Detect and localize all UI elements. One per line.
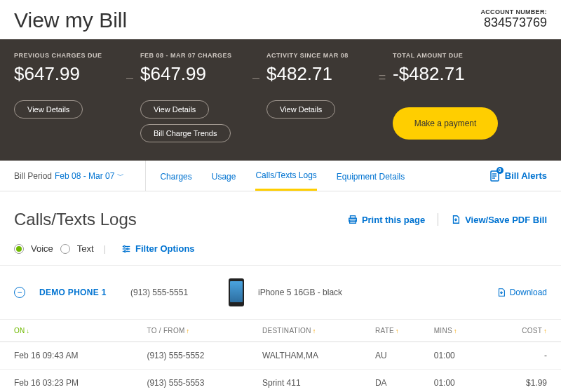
voice-radio[interactable] bbox=[14, 244, 24, 254]
download-link[interactable]: Download bbox=[496, 288, 547, 297]
print-icon bbox=[348, 215, 358, 224]
download-icon bbox=[496, 288, 506, 297]
col-mins[interactable]: MINS↑ bbox=[428, 320, 486, 342]
text-label: Text bbox=[77, 243, 94, 254]
cell-dest: Sprint 411 bbox=[257, 370, 370, 393]
cell-tofrom: (913) 555-5553 bbox=[141, 370, 257, 393]
summary-total-due: TOTAL AMOUNT DUE -$482.71 Make a payment bbox=[393, 52, 498, 140]
pdf-label: View/Save PDF Bill bbox=[465, 215, 547, 225]
table-row: Feb 16 09:43 AM(913) 555-5552WALTHAM,MAA… bbox=[0, 342, 561, 370]
section-header: Calls/Texts Logs Print this page View/Sa… bbox=[0, 191, 561, 236]
text-radio[interactable] bbox=[60, 244, 70, 254]
separator-equals: = bbox=[377, 70, 387, 85]
svg-point-10 bbox=[123, 245, 125, 247]
sort-down-icon: ↓ bbox=[27, 327, 30, 334]
table-row: Feb 16 03:23 PM(913) 555-5553Sprint 411D… bbox=[0, 370, 561, 393]
bill-charge-trends-button[interactable]: Bill Charge Trends bbox=[140, 124, 231, 142]
chevron-down-icon[interactable]: ﹀ bbox=[117, 171, 124, 181]
tab-bar: Bill Period Feb 08 - Mar 07 ﹀ Charges Us… bbox=[0, 161, 561, 191]
col-on[interactable]: ON↓ bbox=[0, 320, 141, 342]
cell-cost: $1.99 bbox=[486, 370, 561, 393]
collapse-icon[interactable]: − bbox=[14, 287, 25, 298]
cell-mins: 01:00 bbox=[428, 370, 486, 393]
device-row: − DEMO PHONE 1 (913) 555-5551 iPhone 5 1… bbox=[0, 266, 561, 320]
page-title: View my Bill bbox=[14, 8, 127, 32]
sort-up-icon: ↑ bbox=[543, 327, 547, 334]
sort-up-icon: ↑ bbox=[187, 327, 190, 334]
col-to-from[interactable]: TO / FROM↑ bbox=[141, 320, 257, 342]
device-model: iPhone 5 16GB - black bbox=[258, 288, 482, 297]
tab-calls-texts-logs[interactable]: Calls/Texts Logs bbox=[255, 161, 316, 191]
divider bbox=[145, 161, 146, 191]
filter-icon bbox=[121, 244, 131, 254]
view-details-button[interactable]: View Details bbox=[140, 100, 209, 119]
svg-point-11 bbox=[127, 248, 128, 249]
summary-label: PREVIOUS CHARGES DUE bbox=[14, 52, 119, 59]
bill-alerts-label: Bill Alerts bbox=[505, 170, 547, 181]
separator-minus: – bbox=[125, 70, 135, 85]
summary-previous-charges: PREVIOUS CHARGES DUE $647.99 View Detail… bbox=[14, 52, 119, 124]
col-rate[interactable]: RATE↑ bbox=[370, 320, 428, 342]
tab-equipment-details[interactable]: Equipment Details bbox=[337, 162, 405, 190]
pdf-icon bbox=[451, 215, 461, 224]
bill-period-value[interactable]: Feb 08 - Mar 07 bbox=[55, 171, 114, 181]
cell-mins: 01:00 bbox=[428, 342, 486, 370]
divider bbox=[438, 213, 438, 226]
device-name[interactable]: DEMO PHONE 1 bbox=[39, 288, 116, 297]
tab-charges[interactable]: Charges bbox=[160, 162, 191, 190]
device-phone-number: (913) 555-5551 bbox=[130, 288, 215, 297]
alert-badge: 0 bbox=[496, 167, 503, 174]
col-destination[interactable]: DESTINATION↑ bbox=[257, 320, 370, 342]
cell-tofrom: (913) 555-5552 bbox=[141, 342, 257, 370]
bill-period-label: Bill Period bbox=[14, 171, 52, 181]
filter-options-label: Filter Options bbox=[135, 243, 195, 254]
cell-on: Feb 16 09:43 AM bbox=[0, 342, 141, 370]
summary-label: TOTAL AMOUNT DUE bbox=[393, 52, 498, 59]
account-block: ACCOUNT NUMBER: 834573769 bbox=[481, 8, 548, 30]
cell-on: Feb 16 03:23 PM bbox=[0, 370, 141, 393]
summary-period-charges: FEB 08 - MAR 07 CHARGES $647.99 View Det… bbox=[140, 52, 245, 148]
bill-summary: PREVIOUS CHARGES DUE $647.99 View Detail… bbox=[0, 39, 561, 161]
summary-amount: -$482.71 bbox=[393, 63, 498, 85]
make-payment-button[interactable]: Make a payment bbox=[393, 107, 498, 140]
cell-rate: AU bbox=[370, 342, 428, 370]
print-label: Print this page bbox=[362, 215, 425, 225]
view-details-button[interactable]: View Details bbox=[266, 100, 335, 119]
cell-dest: WALTHAM,MA bbox=[257, 342, 370, 370]
print-page-link[interactable]: Print this page bbox=[348, 215, 425, 225]
call-log-table: ON↓ TO / FROM↑ DESTINATION↑ RATE↑ MINS↑ … bbox=[0, 320, 561, 392]
filter-row: Voice Text | Filter Options bbox=[0, 236, 561, 266]
account-number: 834573769 bbox=[481, 15, 548, 30]
separator-minus: – bbox=[251, 70, 261, 85]
phone-image-icon bbox=[229, 278, 244, 306]
sort-up-icon: ↑ bbox=[313, 327, 316, 334]
sort-up-icon: ↑ bbox=[396, 327, 399, 334]
section-title: Calls/Texts Logs bbox=[14, 210, 137, 229]
cell-cost: - bbox=[486, 342, 561, 370]
account-number-label: ACCOUNT NUMBER: bbox=[481, 8, 548, 15]
divider: | bbox=[104, 243, 106, 254]
document-alert-icon: 0 bbox=[489, 170, 501, 182]
download-label: Download bbox=[510, 288, 547, 297]
summary-amount: $482.71 bbox=[266, 63, 372, 85]
view-details-button[interactable]: View Details bbox=[14, 100, 83, 119]
bill-alerts-link[interactable]: 0 Bill Alerts bbox=[489, 170, 547, 182]
svg-point-12 bbox=[124, 250, 126, 252]
summary-label: FEB 08 - MAR 07 CHARGES bbox=[140, 52, 245, 59]
cell-rate: DA bbox=[370, 370, 428, 393]
tab-usage[interactable]: Usage bbox=[212, 162, 236, 190]
summary-amount: $647.99 bbox=[14, 63, 119, 85]
col-cost[interactable]: COST↑ bbox=[486, 320, 561, 342]
filter-options-link[interactable]: Filter Options bbox=[121, 243, 195, 254]
sort-up-icon: ↑ bbox=[454, 327, 457, 334]
summary-activity: ACTIVITY SINCE MAR 08 $482.71 View Detai… bbox=[266, 52, 372, 124]
voice-label: Voice bbox=[31, 243, 53, 254]
summary-label: ACTIVITY SINCE MAR 08 bbox=[266, 52, 372, 59]
view-save-pdf-link[interactable]: View/Save PDF Bill bbox=[451, 215, 547, 225]
summary-amount: $647.99 bbox=[140, 63, 245, 85]
